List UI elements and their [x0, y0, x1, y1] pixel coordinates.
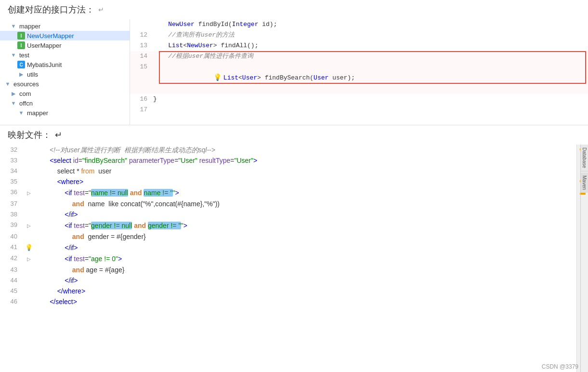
tree-label-esources: esources	[13, 80, 39, 88]
line-content-11: NewUser findById(Integer id);	[153, 19, 588, 30]
gutter-42: ▷	[23, 253, 35, 265]
tree-item-esources[interactable]: ▼ esources	[0, 79, 130, 89]
xml-linenum-37: 37	[0, 199, 23, 209]
code-line-13: 13 List<NewUser> findAll();	[130, 40, 588, 51]
gutter-34	[23, 166, 35, 176]
line-num-12: 12	[130, 30, 153, 40]
xml-line-46: 46 </select>	[0, 296, 576, 307]
xml-linenum-45: 45	[0, 286, 23, 296]
gutter-44	[23, 275, 35, 286]
interface-icon-newuser: I	[17, 32, 25, 40]
line-content-16: }	[153, 94, 588, 105]
line-content-17	[153, 105, 588, 115]
gutter-41: 💡	[23, 242, 35, 253]
line-num-15: 15	[130, 62, 153, 94]
watermark: CSDN @3379	[542, 363, 578, 370]
tree-item-mapper2[interactable]: ▼ mapper	[0, 108, 130, 118]
tree-label-utils: utils	[27, 71, 38, 78]
xml-content-32: <!--对user属性进行判断 根据判断结果生成动态的sql-->	[35, 145, 576, 155]
tree-item-test[interactable]: ▼ test	[0, 50, 130, 60]
xml-content-33: <select id="findBySearch" parameterType=…	[35, 155, 576, 166]
xml-content-34: select * from user	[35, 166, 576, 176]
xml-line-41: 41 💡 </if>	[0, 242, 576, 253]
xml-line-35: 35 <where>	[0, 176, 576, 187]
line-content-12: //查询所有user的方法	[153, 30, 588, 40]
gutter-32	[23, 145, 35, 155]
xml-linenum-34: 34	[0, 166, 23, 176]
code-line-16: 16 }	[130, 94, 588, 105]
xml-line-43: 43 and age = #{age}	[0, 265, 576, 275]
folder-icon-mapper2: ▼	[17, 109, 25, 117]
code-line-12: 12 //查询所有user的方法	[130, 30, 588, 40]
tree-label-offcn: offcn	[19, 100, 33, 107]
xml-content-41: </if>	[35, 242, 576, 253]
gutter-38	[23, 209, 35, 220]
heading-arrow: ↵	[98, 6, 104, 13]
xml-content-37: and name like concat("%",concat(#{name},…	[35, 199, 576, 209]
xml-content-35: <where>	[35, 176, 576, 187]
code-line-14: 14 //根据user属性进行条件查询	[130, 51, 588, 62]
bulb-icon-15: 💡	[213, 74, 222, 81]
folder-icon-utils: ▶	[17, 70, 25, 78]
tab-maven[interactable]: Maven	[581, 173, 588, 193]
xml-content-39: <if test="gender != null and gender != '…	[35, 220, 576, 231]
tree-label-newusermapper: NewUserMapper	[27, 32, 74, 40]
xml-linenum-33: 33	[0, 155, 23, 166]
xml-linenum-40: 40	[0, 231, 23, 242]
gutter-35	[23, 176, 35, 187]
tree-item-mybatisjunit[interactable]: C MybatisJunit	[0, 60, 130, 69]
xml-content-42: <if test="age != 0">	[35, 253, 576, 265]
file-tree: ▼ mapper I NewUserMapper I UserMapper ▼ …	[0, 19, 130, 125]
mapping-heading: 映射文件： ↵	[0, 125, 588, 145]
bottom-code-inner: 32 <!--对user属性进行判断 根据判断结果生成动态的sql--> 33 …	[0, 145, 576, 372]
folder-icon: ▼	[10, 22, 17, 30]
tree-item-newusermapper[interactable]: I NewUserMapper	[0, 31, 130, 40]
folder-icon-com: ▶	[10, 90, 17, 97]
tree-item-utils[interactable]: ▶ utils	[0, 69, 130, 79]
folder-icon-test: ▼	[10, 51, 17, 59]
gutter-45	[23, 286, 35, 296]
mapping-arrow: ↵	[55, 130, 62, 140]
xml-linenum-46: 46	[0, 296, 23, 307]
xml-line-40: 40 and gender = #{gender}	[0, 231, 576, 242]
code-line-17: 17	[130, 105, 588, 115]
xml-linenum-39: 39	[0, 220, 23, 231]
line-content-14: //根据user属性进行条件查询	[153, 51, 588, 62]
tree-label-mapper: mapper	[19, 23, 40, 30]
line-num-13: 13	[130, 40, 153, 51]
interface-heading: 创建对应的接口方法： ↵	[0, 0, 588, 19]
line-num-14: 14	[130, 51, 153, 62]
tree-item-usermapper[interactable]: I UserMapper	[0, 40, 130, 50]
tab-database[interactable]: Database	[581, 145, 588, 172]
xml-linenum-42: 42	[0, 253, 23, 265]
xml-content-43: and age = #{age}	[35, 265, 576, 275]
class-icon-mybatis: C	[17, 61, 25, 68]
tree-label-mybatisjunit: MybatisJunit	[27, 61, 62, 68]
xml-line-32: 32 <!--对user属性进行判断 根据判断结果生成动态的sql-->	[0, 145, 576, 155]
xml-linenum-32: 32	[0, 145, 23, 155]
bottom-section: 32 <!--对user属性进行判断 根据判断结果生成动态的sql--> 33 …	[0, 145, 588, 372]
gutter-33	[23, 155, 35, 166]
xml-linenum-43: 43	[0, 265, 23, 275]
top-code-area: NewUser findById(Integer id); 12 //查询所有u…	[130, 19, 588, 125]
gutter-36: ▷	[23, 187, 35, 199]
gutter-37	[23, 199, 35, 209]
code-line-11: NewUser findById(Integer id);	[130, 19, 588, 30]
tree-item-com[interactable]: ▶ com	[0, 89, 130, 98]
xml-line-39: 39 ▷ <if test="gender != null and gender…	[0, 220, 576, 231]
xml-line-45: 45 </where>	[0, 286, 576, 296]
bulb-icon-41: 💡	[25, 244, 33, 251]
folder-icon-esources: ▼	[4, 80, 12, 88]
mapping-heading-text: 映射文件：	[8, 129, 51, 141]
tree-label-usermapper: UserMapper	[27, 42, 62, 49]
gutter-40	[23, 231, 35, 242]
xml-line-34: 34 select * from user	[0, 166, 576, 176]
tree-item-offcn[interactable]: ▼ offcn	[0, 98, 130, 108]
bottom-code-table: 32 <!--对user属性进行判断 根据判断结果生成动态的sql--> 33 …	[0, 145, 576, 307]
xml-line-38: 38 </if>	[0, 209, 576, 220]
tree-item-mapper[interactable]: ▼ mapper	[0, 21, 130, 31]
xml-linenum-36: 36	[0, 187, 23, 199]
code-table: NewUser findById(Integer id); 12 //查询所有u…	[130, 19, 588, 115]
gutter-39: ▷	[23, 220, 35, 231]
xml-content-44: </if>	[35, 275, 576, 286]
